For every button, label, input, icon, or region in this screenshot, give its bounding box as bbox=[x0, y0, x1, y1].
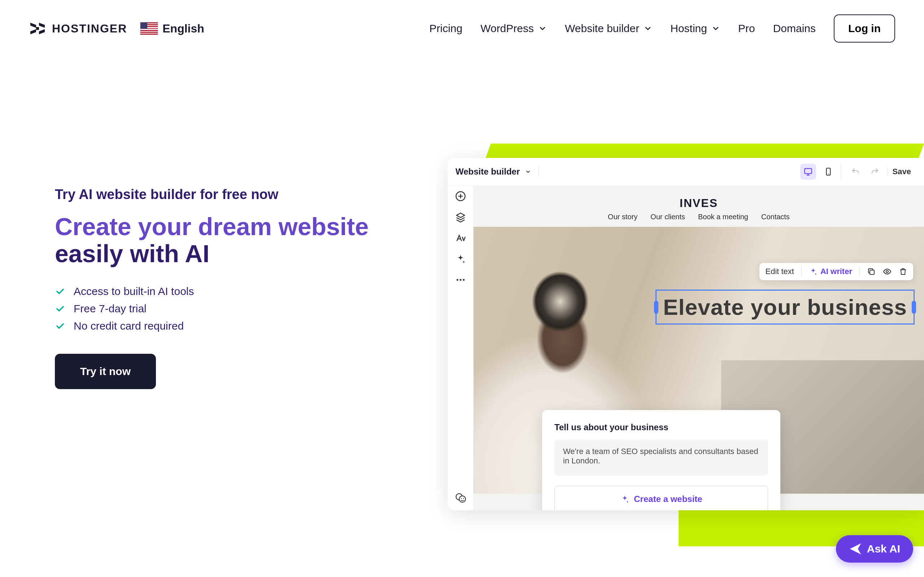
svg-point-2 bbox=[828, 174, 829, 174]
nav-pro[interactable]: Pro bbox=[738, 23, 755, 35]
canvas-nav-item[interactable]: Book a meeting bbox=[698, 213, 748, 221]
desktop-icon bbox=[803, 167, 813, 176]
nav-wordpress[interactable]: WordPress bbox=[480, 23, 547, 35]
add-icon[interactable] bbox=[455, 191, 466, 201]
trash-icon[interactable] bbox=[899, 267, 908, 276]
benefit-item: Free 7-day trial bbox=[55, 303, 416, 315]
svg-rect-11 bbox=[870, 270, 874, 274]
hero-content: Try AI website builder for free now Crea… bbox=[55, 57, 416, 389]
mobile-view-button[interactable] bbox=[821, 164, 836, 180]
svg-point-9 bbox=[460, 498, 462, 499]
header-nav: Pricing WordPress Website builder Hostin… bbox=[429, 15, 895, 43]
language-selector[interactable]: English bbox=[140, 22, 204, 35]
edit-text-button[interactable]: Edit text bbox=[765, 267, 794, 276]
svg-point-6 bbox=[463, 279, 465, 281]
more-icon[interactable] bbox=[455, 274, 466, 285]
undo-button[interactable] bbox=[848, 164, 863, 180]
business-input[interactable] bbox=[554, 440, 768, 475]
text-edit-toolbar: Edit text AI writer bbox=[759, 263, 913, 280]
chevron-down-icon bbox=[643, 24, 652, 33]
benefit-item: Access to built-in AI tools bbox=[55, 285, 416, 298]
builder-window: Website builder Save bbox=[447, 158, 924, 510]
nav-website-builder[interactable]: Website builder bbox=[565, 23, 652, 35]
headline-rest: easily with AI bbox=[55, 240, 209, 267]
resize-handle-left[interactable] bbox=[654, 301, 658, 314]
selected-heading[interactable]: Elevate your business bbox=[656, 290, 914, 324]
benefits-list: Access to built-in AI tools Free 7-day t… bbox=[55, 285, 416, 332]
sparkle-icon bbox=[620, 495, 630, 504]
ai-writer-button[interactable]: AI writer bbox=[809, 267, 852, 276]
logo[interactable]: HOSTINGER bbox=[29, 20, 127, 37]
builder-preview: Website builder Save bbox=[447, 143, 924, 510]
check-icon bbox=[55, 304, 65, 314]
resize-handle-right[interactable] bbox=[912, 301, 916, 314]
svg-rect-0 bbox=[804, 168, 812, 174]
typography-icon[interactable] bbox=[455, 233, 466, 243]
redo-button[interactable] bbox=[867, 164, 883, 180]
site-header: HOSTINGER English Pricing WordPress Webs… bbox=[0, 0, 924, 57]
emoji-icon[interactable] bbox=[455, 492, 466, 503]
undo-icon bbox=[851, 167, 860, 176]
modal-title: Tell us about your business bbox=[554, 422, 768, 432]
ai-prompt-modal: Tell us about your business Create a web… bbox=[542, 410, 780, 510]
builder-toolbar: Website builder Save bbox=[447, 158, 924, 186]
builder-canvas[interactable]: INVES Our story Our clients Book a meeti… bbox=[473, 186, 924, 510]
save-button[interactable]: Save bbox=[887, 167, 916, 176]
language-label: English bbox=[162, 22, 204, 35]
benefit-item: No credit card required bbox=[55, 320, 416, 332]
sparkle-icon[interactable] bbox=[455, 253, 466, 264]
canvas-heading: Elevate your business bbox=[663, 294, 907, 320]
canvas-nav-item[interactable]: Our story bbox=[608, 213, 637, 221]
check-icon bbox=[55, 286, 65, 297]
builder-body: INVES Our story Our clients Book a meeti… bbox=[447, 186, 924, 510]
svg-point-8 bbox=[459, 496, 465, 502]
builder-title-dropdown[interactable]: Website builder bbox=[456, 167, 539, 177]
try-now-button[interactable]: Try it now bbox=[55, 354, 156, 389]
headline-accent: Create your dream website bbox=[55, 213, 368, 240]
canvas-site-header: INVES Our story Our clients Book a meeti… bbox=[473, 186, 924, 227]
eye-icon[interactable] bbox=[883, 267, 892, 276]
chevron-down-icon bbox=[538, 24, 547, 33]
sparkle-icon bbox=[809, 267, 817, 276]
hero-headline: Create your dream website easily with AI bbox=[55, 213, 416, 267]
canvas-nav: Our story Our clients Book a meeting Con… bbox=[473, 213, 924, 221]
logo-text: HOSTINGER bbox=[52, 22, 127, 35]
canvas-nav-item[interactable]: Our clients bbox=[650, 213, 685, 221]
canvas-nav-item[interactable]: Contacts bbox=[761, 213, 790, 221]
svg-point-4 bbox=[456, 279, 458, 281]
canvas-brand: INVES bbox=[473, 197, 924, 210]
login-button[interactable]: Log in bbox=[834, 15, 895, 43]
redo-icon bbox=[871, 167, 879, 176]
header-left: HOSTINGER English bbox=[29, 20, 204, 37]
logo-icon bbox=[29, 20, 46, 37]
layers-icon[interactable] bbox=[455, 212, 466, 222]
builder-tools: Save bbox=[800, 164, 916, 180]
svg-point-10 bbox=[463, 498, 464, 499]
send-icon bbox=[849, 542, 862, 555]
separator bbox=[801, 266, 802, 277]
ask-ai-button[interactable]: Ask AI bbox=[836, 535, 913, 562]
nav-hosting[interactable]: Hosting bbox=[670, 23, 720, 35]
create-website-button[interactable]: Create a website bbox=[554, 486, 768, 510]
hero-eyebrow: Try AI website builder for free now bbox=[55, 187, 416, 202]
svg-point-5 bbox=[459, 279, 461, 281]
desktop-view-button[interactable] bbox=[800, 164, 816, 180]
chevron-down-icon bbox=[525, 168, 531, 175]
mobile-icon bbox=[824, 167, 833, 176]
separator bbox=[859, 266, 860, 277]
nav-pricing[interactable]: Pricing bbox=[429, 23, 462, 35]
builder-sidebar bbox=[447, 186, 473, 510]
svg-point-12 bbox=[886, 271, 888, 272]
nav-domains[interactable]: Domains bbox=[773, 23, 816, 35]
flag-icon bbox=[140, 22, 158, 35]
chevron-down-icon bbox=[711, 24, 720, 33]
hero-section: Try AI website builder for free now Crea… bbox=[0, 57, 924, 389]
check-icon bbox=[55, 321, 65, 331]
copy-icon[interactable] bbox=[867, 267, 876, 276]
